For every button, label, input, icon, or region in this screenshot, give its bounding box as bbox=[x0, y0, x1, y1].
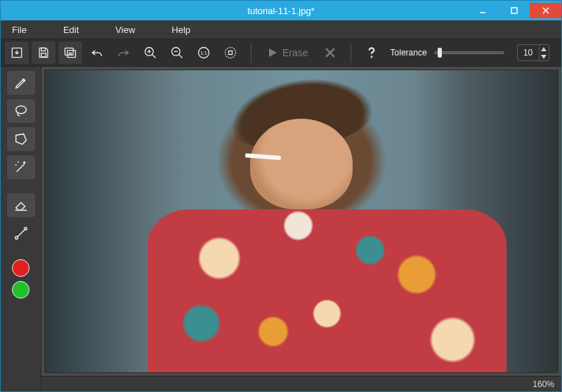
svg-text:1:1: 1:1 bbox=[200, 51, 207, 55]
save-icon bbox=[37, 46, 51, 60]
svg-rect-19 bbox=[229, 51, 233, 55]
svg-line-27 bbox=[17, 230, 24, 237]
polygon-icon bbox=[13, 131, 29, 147]
tolerance-input[interactable] bbox=[518, 47, 539, 58]
zoom-in-icon bbox=[143, 46, 157, 60]
polygon-tool[interactable] bbox=[7, 127, 35, 151]
svg-point-26 bbox=[24, 228, 27, 230]
cancel-icon bbox=[323, 46, 337, 60]
redo-icon bbox=[117, 46, 131, 60]
svg-line-14 bbox=[179, 55, 183, 58]
main-area: 160% bbox=[1, 67, 561, 391]
slider-handle[interactable] bbox=[438, 48, 442, 58]
color-red[interactable] bbox=[12, 259, 30, 277]
zoom-actual-button[interactable]: 1:1 bbox=[192, 41, 216, 64]
svg-point-23 bbox=[15, 106, 26, 114]
tolerance-label: Tolerance bbox=[391, 48, 427, 58]
line-icon bbox=[13, 226, 29, 241]
menu-view[interactable]: View bbox=[111, 22, 146, 38]
menubar: File Edit View Help bbox=[1, 20, 561, 39]
tolerance-slider[interactable] bbox=[434, 51, 504, 54]
svg-point-22 bbox=[371, 56, 372, 57]
help-button[interactable] bbox=[360, 41, 384, 64]
line-tool[interactable] bbox=[7, 221, 35, 245]
app-window: tutorial-11-1.jpg* File Edit View Help bbox=[0, 0, 562, 392]
view-original-button[interactable] bbox=[58, 41, 82, 64]
marker-icon bbox=[13, 75, 29, 91]
menu-file[interactable]: File bbox=[8, 22, 38, 38]
tool-sidebar bbox=[1, 67, 41, 391]
zoom-fit-button[interactable] bbox=[218, 41, 242, 64]
svg-rect-4 bbox=[41, 48, 46, 51]
erase-label: Erase bbox=[282, 47, 308, 58]
titlebar[interactable]: tutorial-11-1.jpg* bbox=[1, 1, 561, 20]
zoom-out-icon bbox=[170, 46, 184, 60]
menu-help[interactable]: Help bbox=[167, 22, 202, 38]
image-canvas[interactable] bbox=[44, 70, 558, 373]
zoom-in-button[interactable] bbox=[138, 41, 162, 64]
eraser-icon bbox=[13, 197, 29, 213]
separator bbox=[251, 43, 251, 63]
svg-point-25 bbox=[15, 237, 18, 240]
window-title: tutorial-11-1.jpg* bbox=[1, 6, 561, 16]
cancel-button[interactable] bbox=[318, 41, 342, 64]
play-icon bbox=[267, 47, 278, 58]
undo-button[interactable] bbox=[85, 41, 109, 64]
undo-icon bbox=[90, 46, 104, 60]
help-icon bbox=[365, 46, 379, 60]
photo-head bbox=[250, 119, 353, 209]
zoom-out-button[interactable] bbox=[165, 41, 189, 64]
canvas-wrap: 160% bbox=[41, 67, 561, 391]
eraser-tool[interactable] bbox=[7, 193, 35, 217]
erase-button[interactable]: Erase bbox=[260, 41, 315, 64]
svg-point-18 bbox=[226, 48, 236, 58]
open-icon bbox=[10, 46, 24, 60]
marker-tool[interactable] bbox=[7, 71, 35, 95]
menu-edit[interactable]: Edit bbox=[59, 22, 90, 38]
zoom-actual-icon: 1:1 bbox=[197, 46, 211, 60]
lasso-icon bbox=[13, 103, 29, 119]
separator bbox=[351, 43, 351, 63]
zoom-fit-icon bbox=[223, 46, 237, 60]
app-body: File Edit View Help bbox=[1, 20, 561, 391]
spinner-arrows bbox=[539, 45, 549, 60]
photo-shirt bbox=[148, 209, 507, 372]
spinner-up[interactable] bbox=[540, 45, 549, 53]
svg-rect-5 bbox=[41, 53, 46, 57]
spinner-down[interactable] bbox=[540, 53, 549, 60]
svg-line-10 bbox=[152, 55, 156, 58]
color-green[interactable] bbox=[12, 281, 30, 299]
svg-point-8 bbox=[69, 53, 71, 55]
zoom-level: 160% bbox=[532, 379, 554, 389]
redo-button[interactable] bbox=[112, 41, 136, 64]
view-original-icon bbox=[63, 46, 77, 60]
magic-wand-tool[interactable] bbox=[7, 155, 35, 179]
lasso-tool[interactable] bbox=[7, 99, 35, 123]
statusbar: 160% bbox=[41, 376, 561, 391]
magic-wand-icon bbox=[13, 159, 29, 175]
save-button[interactable] bbox=[32, 41, 55, 64]
tolerance-spinner[interactable] bbox=[517, 44, 549, 61]
open-button[interactable] bbox=[5, 41, 29, 64]
toolbar: 1:1 Erase Tolerance bbox=[1, 39, 561, 67]
